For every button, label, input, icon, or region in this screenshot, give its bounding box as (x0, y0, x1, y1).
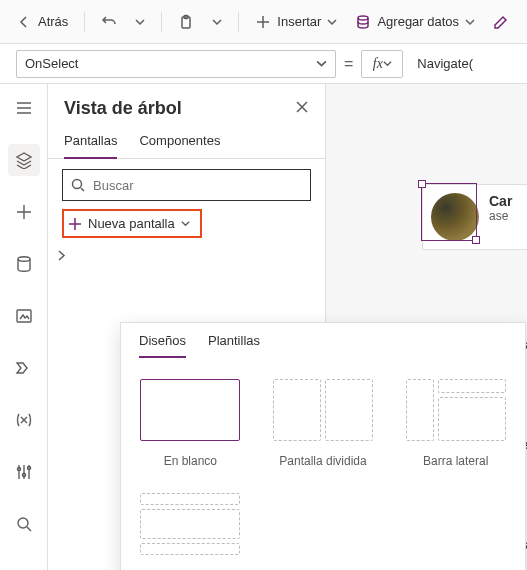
separator (84, 12, 85, 32)
overflow-button[interactable] (485, 8, 517, 36)
insert-button[interactable]: Insertar (247, 8, 345, 36)
paste-menu-button[interactable] (204, 11, 230, 33)
svg-point-3 (18, 257, 30, 261)
cylinder-icon (15, 255, 33, 273)
rail-insert[interactable] (8, 196, 40, 228)
arrow-left-icon (16, 14, 32, 30)
new-screen-label: Nueva pantalla (88, 216, 175, 231)
undo-menu-button[interactable] (127, 11, 153, 33)
tile-hmf[interactable]: Encabezado, sección principal, pie de pá… (139, 490, 242, 570)
undo-button[interactable] (93, 8, 125, 36)
new-screen-flyout: Diseños Plantillas En blanco Pantalla di… (120, 322, 526, 570)
chevron-down-icon (181, 219, 190, 228)
rail-media[interactable] (8, 300, 40, 332)
thumb-split-icon (273, 379, 373, 441)
tile-sidebar[interactable]: Barra lateral (404, 376, 507, 470)
tile-split[interactable]: Pantalla dividida (272, 376, 375, 470)
plus-icon (15, 203, 33, 221)
rail-variables[interactable] (8, 404, 40, 436)
clipboard-icon (178, 14, 194, 30)
flyout-tab-templates-label: Plantillas (208, 333, 260, 348)
flyout-tab-layouts-label: Diseños (139, 333, 186, 348)
selection-handles[interactable] (421, 183, 477, 241)
thumb-blank-icon (140, 379, 240, 441)
formula-text: Navigate( (417, 56, 473, 71)
equals-sign: = (344, 55, 353, 73)
panel-title: Vista de árbol (64, 98, 182, 119)
paste-button[interactable] (170, 8, 202, 36)
plus-icon (68, 217, 82, 231)
rail-data[interactable] (8, 248, 40, 280)
search-input[interactable] (93, 178, 302, 193)
chevron-down-icon (383, 59, 392, 68)
formula-input[interactable]: Navigate( (411, 50, 517, 78)
panel-close-button[interactable] (295, 100, 309, 117)
search-icon (15, 515, 33, 533)
separator (238, 12, 239, 32)
pencil-icon (493, 14, 509, 30)
card-title: Car (489, 193, 512, 209)
card-subtitle: ase (489, 209, 512, 223)
add-data-button[interactable]: Agregar datos (347, 8, 483, 36)
chevron-down-icon (327, 17, 337, 27)
variable-icon (15, 411, 33, 429)
search-icon (71, 178, 85, 192)
back-button[interactable]: Atrás (8, 8, 76, 36)
chevron-down-icon (465, 17, 475, 27)
search-box[interactable] (62, 169, 311, 201)
svg-point-9 (73, 180, 82, 189)
fx-button[interactable]: fx (361, 50, 403, 78)
tile-blank-label: En blanco (139, 454, 242, 470)
new-screen-highlight: Nueva pantalla (62, 209, 202, 238)
rail-advanced-tools[interactable] (8, 456, 40, 488)
plus-icon (255, 14, 271, 30)
tile-sidebar-label: Barra lateral (404, 454, 507, 470)
property-value: OnSelect (25, 56, 78, 71)
new-screen-button[interactable]: Nueva pantalla (64, 211, 200, 236)
svg-point-2 (358, 16, 368, 20)
tree-root-row[interactable] (52, 244, 311, 267)
thumb-sidebar-icon (406, 379, 506, 441)
media-icon (15, 307, 33, 325)
property-dropdown[interactable]: OnSelect (16, 50, 336, 78)
flyout-tab-templates[interactable]: Plantillas (208, 333, 260, 358)
rail-power-automate[interactable] (8, 352, 40, 384)
close-icon (295, 100, 309, 114)
chevron-down-icon (212, 17, 222, 27)
rail-search[interactable] (8, 508, 40, 540)
hamburger-icon (15, 99, 33, 117)
tile-split-label: Pantalla dividida (272, 454, 375, 470)
fx-label: fx (373, 56, 383, 72)
thumb-hmf-icon (140, 493, 240, 555)
svg-point-8 (18, 518, 28, 528)
flyout-tab-layouts[interactable]: Diseños (139, 333, 186, 358)
rail-tree-view[interactable] (8, 144, 40, 176)
separator (161, 12, 162, 32)
rail-hamburger[interactable] (8, 92, 40, 124)
chevron-down-icon (135, 17, 145, 27)
back-label: Atrás (38, 14, 68, 29)
tab-screens-label: Pantallas (64, 133, 117, 148)
insert-label: Insertar (277, 14, 321, 29)
tile-blank[interactable]: En blanco (139, 376, 242, 470)
flow-icon (15, 359, 33, 377)
undo-icon (101, 14, 117, 30)
add-data-label: Agregar datos (377, 14, 459, 29)
chevron-right-icon (56, 250, 67, 261)
sliders-icon (15, 463, 33, 481)
tab-components-label: Componentes (139, 133, 220, 148)
chevron-down-icon (316, 58, 327, 69)
database-icon (355, 14, 371, 30)
layers-icon (15, 151, 33, 169)
tab-components[interactable]: Componentes (139, 127, 220, 158)
tab-screens[interactable]: Pantallas (64, 127, 117, 158)
